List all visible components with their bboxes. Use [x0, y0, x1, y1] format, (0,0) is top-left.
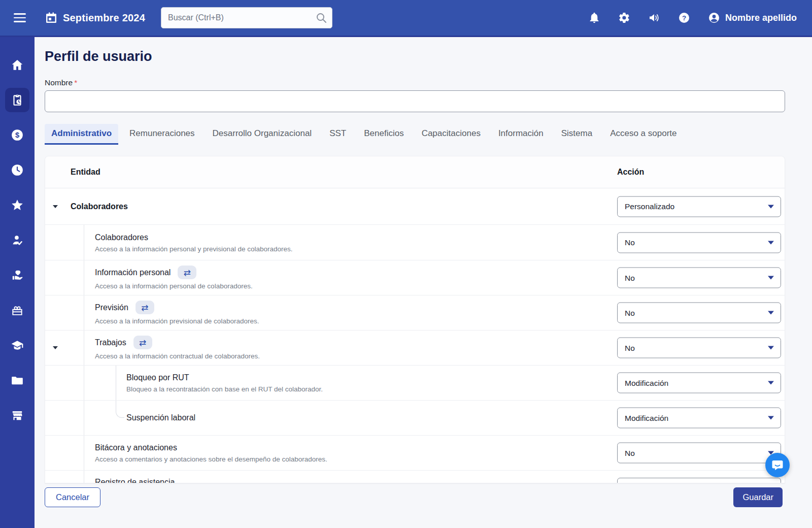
chat-launcher[interactable]: [765, 453, 790, 477]
cancel-button[interactable]: Cancelar: [45, 487, 100, 507]
table-header: Entidad Acción: [45, 156, 785, 188]
action-select[interactable]: No: [617, 303, 781, 323]
tab-beneficios[interactable]: Beneficios: [357, 124, 410, 145]
user-name: Nombre apellido: [725, 13, 797, 23]
sidebar-item-administration[interactable]: [5, 88, 29, 112]
tab-sst[interactable]: SST: [323, 124, 353, 145]
collapse-toggle[interactable]: [48, 341, 62, 355]
search-input[interactable]: [161, 7, 332, 28]
bell-icon[interactable]: [588, 12, 600, 24]
search-box: [161, 7, 332, 28]
sidebar-item-payroll[interactable]: $: [5, 123, 29, 147]
swap-icon[interactable]: ⇄: [133, 336, 152, 349]
swap-icon[interactable]: ⇄: [178, 266, 196, 279]
help-icon[interactable]: ?: [678, 12, 690, 24]
sidebar-item-gifts[interactable]: [5, 298, 29, 322]
row-title: Bitácora y anotaciones: [95, 443, 177, 452]
row-title: Colaboradores: [95, 233, 148, 242]
gear-icon[interactable]: [618, 12, 630, 24]
chevron-down-icon: [768, 241, 774, 244]
chevron-down-icon: [768, 346, 774, 350]
row-title: Información personal: [95, 268, 171, 277]
tab-desarrollo-organizacional[interactable]: Desarrollo Organizacional: [206, 124, 319, 145]
chat-bubble-icon: [771, 458, 784, 472]
action-select[interactable]: [617, 478, 781, 483]
tab-sistema[interactable]: Sistema: [555, 124, 599, 145]
table-row: Trabajos ⇄ Acceso a la información contr…: [45, 331, 785, 366]
hand-heart-icon: [11, 269, 24, 282]
topbar: Septiembre 2024 ?: [0, 0, 812, 37]
column-header-entity: Entidad: [45, 168, 100, 177]
action-select-value: No: [625, 343, 635, 352]
row-description: Acceso a la información personal de cola…: [95, 282, 253, 290]
app-screen: Septiembre 2024 ?: [0, 0, 812, 528]
clock-icon: [11, 163, 24, 177]
star-icon: [11, 199, 24, 212]
tab-acceso-a-soporte[interactable]: Acceso a soporte: [603, 124, 683, 145]
store-icon: [11, 409, 24, 422]
collapse-toggle[interactable]: [48, 200, 62, 214]
chevron-down-icon: [768, 311, 774, 315]
row-title: Colaboradores: [71, 202, 128, 211]
dollar-icon: $: [11, 128, 24, 142]
sidebar-item-training[interactable]: [5, 333, 29, 357]
row-title: Previsión: [95, 303, 128, 312]
sidebar-item-marketplace[interactable]: [5, 403, 29, 427]
action-select[interactable]: No: [617, 232, 781, 253]
sidebar-item-home[interactable]: [5, 53, 29, 77]
period-selector[interactable]: Septiembre 2024: [63, 12, 145, 24]
table-row: Bloqueo por RUT Bloqueo a la recontratac…: [45, 366, 785, 401]
save-button[interactable]: Guardar: [733, 487, 783, 507]
chevron-down-icon: [53, 205, 58, 208]
search-icon[interactable]: [315, 12, 327, 24]
sidebar-item-talent[interactable]: [5, 193, 29, 217]
chevron-down-icon: [768, 276, 774, 280]
name-field[interactable]: [45, 90, 785, 112]
action-select-value: No: [625, 308, 635, 317]
main-content: Perfil de usuario Nombre* Administrativo…: [35, 37, 812, 528]
sidebar-item-benefits[interactable]: [5, 263, 29, 287]
name-field-label: Nombre*: [45, 78, 77, 87]
sidebar-item-time[interactable]: [5, 158, 29, 182]
required-asterisk: *: [74, 78, 77, 87]
sidebar-item-selection[interactable]: [5, 228, 29, 252]
row-description: Bloqueo a la recontratación con base en …: [126, 385, 323, 393]
chevron-down-icon: [768, 381, 774, 385]
person-check-icon: [11, 234, 24, 247]
page-title: Perfil de usuario: [45, 49, 152, 64]
account-icon: [708, 12, 720, 24]
action-select[interactable]: Personalizado: [617, 196, 781, 217]
row-title: Trabajos: [95, 338, 126, 347]
tab-administrativo[interactable]: Administrativo: [45, 124, 118, 145]
svg-text:$: $: [15, 131, 19, 139]
action-select-value: Modificación: [625, 378, 668, 387]
action-select[interactable]: Modificación: [617, 408, 781, 428]
action-select-value: No: [625, 238, 635, 247]
swap-icon[interactable]: ⇄: [136, 301, 154, 314]
table-row: Previsión ⇄ Acceso a la información prev…: [45, 295, 785, 331]
row-description: Acceso a comentarios y anotaciones sobre…: [95, 455, 327, 463]
action-select[interactable]: No: [617, 268, 781, 288]
tab-informacion[interactable]: Información: [492, 124, 550, 145]
table-row: Información personal ⇄ Acceso a la infor…: [45, 260, 785, 295]
folder-icon: [11, 374, 24, 387]
chevron-down-icon: [53, 346, 58, 349]
topbar-actions: ? Nombre apellido: [588, 12, 812, 24]
action-select[interactable]: No: [617, 443, 781, 464]
user-menu[interactable]: Nombre apellido: [708, 12, 797, 24]
row-description: Acceso a la información previsional de c…: [95, 317, 259, 325]
chevron-down-icon: [768, 416, 774, 420]
action-select[interactable]: Modificación: [617, 373, 781, 393]
tab-capacitaciones[interactable]: Capacitaciones: [415, 124, 487, 145]
action-select[interactable]: No: [617, 338, 781, 358]
menu-icon[interactable]: [14, 13, 26, 22]
chevron-down-icon: [768, 205, 774, 208]
tab-remuneraciones[interactable]: Remuneraciones: [123, 124, 201, 145]
name-label-text: Nombre: [45, 78, 73, 87]
tab-bar: Administrativo Remuneraciones Desarrollo…: [45, 124, 684, 145]
sidebar-item-documents[interactable]: [5, 368, 29, 392]
megaphone-icon[interactable]: [648, 12, 660, 24]
home-icon: [11, 58, 24, 72]
table-row: Registro de asistencia: [45, 471, 785, 483]
column-header-action: Acción: [617, 168, 644, 177]
